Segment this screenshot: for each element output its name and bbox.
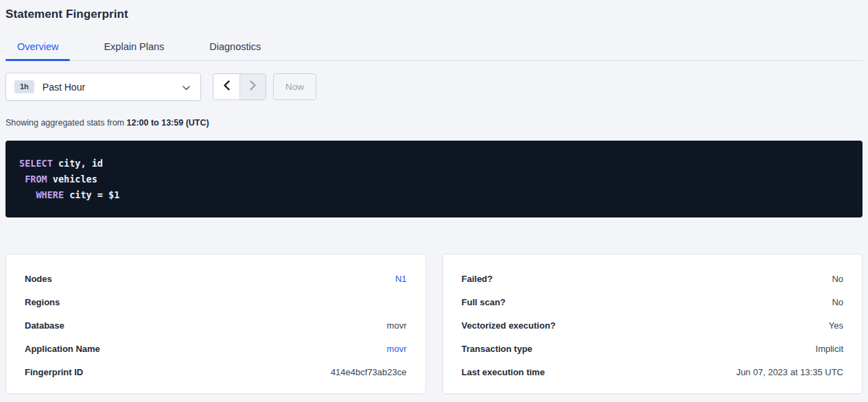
detail-value: Implicit — [816, 344, 843, 354]
detail-row-fingerprint-id: Fingerprint ID 414e4bcf73ab23ce — [25, 367, 407, 377]
sql-line: SELECT city, id — [19, 156, 849, 172]
detail-value: movr — [387, 320, 407, 331]
time-range-dropdown[interactable]: 1h Past Hour — [5, 73, 201, 101]
interval-badge: 1h — [14, 80, 34, 93]
detail-label: Fingerprint ID — [25, 367, 83, 377]
detail-label: Database — [25, 320, 64, 331]
statement-details-card-right: Failed? No Full scan? No Vectorized exec… — [443, 254, 863, 394]
detail-row-transaction-type: Transaction type Implicit — [462, 344, 844, 353]
sql-statement-box: SELECT city, id FROM vehicles WHERE city… — [5, 141, 863, 217]
detail-row-nodes: Nodes N1 — [25, 274, 407, 283]
detail-label: Nodes — [25, 274, 52, 284]
detail-value: No — [832, 297, 843, 307]
statement-details-card-left: Nodes N1 Regions Database movr Applicati… — [5, 254, 426, 394]
detail-label: Regions — [25, 297, 60, 307]
sql-line: WHERE city = $1 — [19, 187, 849, 203]
now-button[interactable]: Now — [273, 73, 316, 100]
tab-diagnostics[interactable]: Diagnostics — [198, 35, 272, 60]
detail-row-regions: Regions — [25, 297, 407, 307]
detail-label: Last execution time — [462, 367, 545, 377]
tab-overview[interactable]: Overview — [5, 35, 70, 60]
detail-value: 414e4bcf73ab23ce — [331, 367, 407, 377]
detail-row-application-name: Application Name movr — [25, 344, 407, 353]
nodes-link[interactable]: N1 — [395, 274, 407, 284]
previous-interval-button[interactable] — [213, 74, 239, 99]
detail-value: Yes — [829, 320, 843, 331]
sql-text: city = $1 — [64, 189, 119, 200]
detail-label: Vectorized execution? — [462, 320, 556, 331]
detail-label: Transaction type — [462, 344, 532, 354]
sql-keyword: WHERE — [36, 189, 64, 200]
details-cards: Nodes N1 Regions Database movr Applicati… — [5, 254, 863, 394]
next-interval-button[interactable] — [239, 74, 266, 99]
time-range-label: Past Hour — [43, 82, 183, 93]
tab-bar: Overview Explain Plans Diagnostics — [5, 35, 863, 61]
chevron-down-icon — [183, 81, 190, 93]
sql-text: vehicles — [47, 174, 97, 185]
detail-row-vectorized-execution: Vectorized execution? Yes — [462, 320, 844, 330]
aggregated-stats-text: Showing aggregated stats from 12:00 to 1… — [5, 118, 863, 128]
detail-label: Application Name — [25, 344, 100, 354]
chevron-right-icon — [250, 80, 257, 93]
detail-value: Jun 07, 2023 at 13:35 UTC — [736, 367, 843, 377]
detail-row-full-scan: Full scan? No — [462, 297, 844, 307]
statement-fingerprint-page: Statement Fingerprint Overview Explain P… — [0, 0, 868, 394]
tab-explain-plans[interactable]: Explain Plans — [92, 35, 176, 60]
detail-label: Full scan? — [462, 297, 506, 307]
chevron-left-icon — [223, 80, 230, 93]
sql-text: city, id — [53, 158, 103, 169]
time-step-buttons — [213, 73, 266, 100]
detail-value: No — [832, 274, 843, 284]
sql-keyword: SELECT — [19, 158, 53, 169]
detail-row-database: Database movr — [25, 320, 407, 330]
application-name-link[interactable]: movr — [387, 344, 407, 354]
sql-keyword: FROM — [25, 174, 47, 185]
detail-row-last-execution-time: Last execution time Jun 07, 2023 at 13:3… — [462, 367, 844, 377]
detail-row-failed: Failed? No — [462, 274, 844, 283]
stats-time-range: 12:00 to 13:59 (UTC) — [127, 118, 209, 128]
stats-prefix: Showing aggregated stats from — [5, 118, 127, 128]
page-title: Statement Fingerprint — [5, 0, 863, 21]
sql-line: FROM vehicles — [19, 172, 849, 187]
detail-label: Failed? — [462, 274, 493, 284]
time-controls: 1h Past Hour Now — [5, 73, 863, 101]
